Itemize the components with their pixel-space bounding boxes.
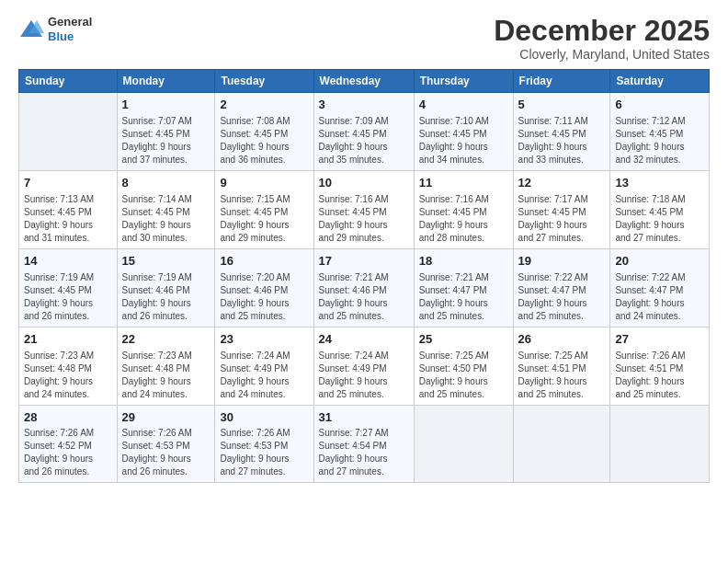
cell-week2-day1: 8Sunrise: 7:14 AMSunset: 4:45 PMDaylight… — [117, 171, 215, 249]
day-number: 26 — [518, 331, 606, 349]
cell-week1-day6: 6Sunrise: 7:12 AMSunset: 4:45 PMDaylight… — [610, 93, 710, 171]
day-number: 20 — [615, 253, 704, 270]
day-number: 22 — [122, 331, 210, 349]
cell-week1-day2: 2Sunrise: 7:08 AMSunset: 4:45 PMDaylight… — [215, 93, 313, 171]
day-content: Sunrise: 7:08 AMSunset: 4:45 PMDaylight:… — [220, 115, 308, 167]
day-number: 3 — [319, 97, 409, 114]
cell-week3-day4: 18Sunrise: 7:21 AMSunset: 4:47 PMDayligh… — [414, 248, 513, 327]
calendar-page: General Blue December 2025 Cloverly, Mar… — [0, 0, 728, 563]
day-content: Sunrise: 7:23 AMSunset: 4:48 PMDaylight:… — [24, 350, 112, 401]
cell-week3-day0: 14Sunrise: 7:19 AMSunset: 4:45 PMDayligh… — [19, 248, 118, 327]
cell-week2-day2: 9Sunrise: 7:15 AMSunset: 4:45 PMDaylight… — [215, 171, 313, 249]
day-content: Sunrise: 7:07 AMSunset: 4:45 PMDaylight:… — [122, 115, 210, 167]
header-friday: Friday — [513, 70, 610, 93]
day-number: 21 — [24, 331, 112, 349]
cell-week3-day5: 19Sunrise: 7:22 AMSunset: 4:47 PMDayligh… — [513, 248, 610, 327]
day-content: Sunrise: 7:26 AMSunset: 4:52 PMDaylight:… — [24, 427, 112, 478]
day-number: 14 — [24, 253, 112, 270]
logo-general-label: General — [48, 15, 92, 29]
day-content: Sunrise: 7:16 AMSunset: 4:45 PMDaylight:… — [319, 193, 409, 245]
cell-week4-day2: 23Sunrise: 7:24 AMSunset: 4:49 PMDayligh… — [215, 327, 313, 405]
day-content: Sunrise: 7:26 AMSunset: 4:51 PMDaylight:… — [615, 350, 704, 401]
month-title: December 2025 — [494, 15, 710, 47]
day-number: 8 — [122, 175, 210, 192]
calendar-table: Sunday Monday Tuesday Wednesday Thursday… — [18, 69, 710, 483]
cell-week1-day1: 1Sunrise: 7:07 AMSunset: 4:45 PMDaylight… — [117, 93, 215, 171]
day-number: 27 — [615, 331, 704, 349]
day-number: 13 — [615, 175, 704, 192]
cell-week1-day3: 3Sunrise: 7:09 AMSunset: 4:45 PMDaylight… — [313, 93, 414, 171]
cell-week4-day1: 22Sunrise: 7:23 AMSunset: 4:48 PMDayligh… — [117, 327, 215, 405]
cell-week2-day3: 10Sunrise: 7:16 AMSunset: 4:45 PMDayligh… — [313, 171, 414, 249]
day-number: 29 — [122, 409, 210, 427]
week-row-3: 14Sunrise: 7:19 AMSunset: 4:45 PMDayligh… — [19, 248, 710, 327]
cell-week3-day1: 15Sunrise: 7:19 AMSunset: 4:46 PMDayligh… — [117, 248, 215, 327]
day-content: Sunrise: 7:25 AMSunset: 4:50 PMDaylight:… — [419, 350, 508, 401]
day-number: 28 — [24, 409, 112, 427]
day-number: 17 — [319, 253, 409, 270]
day-content: Sunrise: 7:26 AMSunset: 4:53 PMDaylight:… — [122, 427, 210, 478]
cell-week5-day1: 29Sunrise: 7:26 AMSunset: 4:53 PMDayligh… — [117, 405, 215, 483]
cell-week4-day4: 25Sunrise: 7:25 AMSunset: 4:50 PMDayligh… — [414, 327, 513, 405]
day-number: 19 — [518, 253, 606, 270]
day-number: 4 — [419, 97, 508, 114]
day-content: Sunrise: 7:20 AMSunset: 4:46 PMDaylight:… — [220, 271, 308, 323]
day-number: 10 — [319, 175, 409, 192]
day-number: 31 — [319, 409, 409, 427]
day-number: 25 — [419, 331, 508, 349]
day-content: Sunrise: 7:19 AMSunset: 4:46 PMDaylight:… — [122, 271, 210, 323]
cell-week2-day0: 7Sunrise: 7:13 AMSunset: 4:45 PMDaylight… — [19, 171, 118, 249]
cell-week5-day5 — [513, 405, 610, 483]
cell-week5-day0: 28Sunrise: 7:26 AMSunset: 4:52 PMDayligh… — [19, 405, 118, 483]
location-subtitle: Cloverly, Maryland, United States — [494, 47, 710, 62]
day-content: Sunrise: 7:15 AMSunset: 4:45 PMDaylight:… — [220, 193, 308, 245]
day-number: 15 — [122, 253, 210, 270]
weekday-header-row: Sunday Monday Tuesday Wednesday Thursday… — [19, 70, 710, 93]
cell-week3-day2: 16Sunrise: 7:20 AMSunset: 4:46 PMDayligh… — [215, 248, 313, 327]
day-number: 16 — [220, 253, 308, 270]
cell-week5-day4 — [414, 405, 513, 483]
day-content: Sunrise: 7:11 AMSunset: 4:45 PMDaylight:… — [518, 115, 606, 167]
header-monday: Monday — [117, 70, 215, 93]
cell-week2-day6: 13Sunrise: 7:18 AMSunset: 4:45 PMDayligh… — [610, 171, 710, 249]
header-sunday: Sunday — [19, 70, 118, 93]
day-content: Sunrise: 7:10 AMSunset: 4:45 PMDaylight:… — [419, 115, 508, 167]
header-wednesday: Wednesday — [313, 70, 414, 93]
cell-week4-day6: 27Sunrise: 7:26 AMSunset: 4:51 PMDayligh… — [610, 327, 710, 405]
day-number: 6 — [615, 97, 704, 114]
cell-week1-day5: 5Sunrise: 7:11 AMSunset: 4:45 PMDaylight… — [513, 93, 610, 171]
day-content: Sunrise: 7:25 AMSunset: 4:51 PMDaylight:… — [518, 350, 606, 401]
day-content: Sunrise: 7:21 AMSunset: 4:47 PMDaylight:… — [419, 271, 508, 323]
cell-week5-day6 — [610, 405, 710, 483]
header-saturday: Saturday — [610, 70, 710, 93]
cell-week4-day3: 24Sunrise: 7:24 AMSunset: 4:49 PMDayligh… — [313, 327, 414, 405]
day-content: Sunrise: 7:26 AMSunset: 4:53 PMDaylight:… — [220, 427, 308, 478]
title-block: December 2025 Cloverly, Maryland, United… — [494, 15, 710, 62]
cell-week5-day3: 31Sunrise: 7:27 AMSunset: 4:54 PMDayligh… — [313, 405, 414, 483]
cell-week3-day3: 17Sunrise: 7:21 AMSunset: 4:46 PMDayligh… — [313, 248, 414, 327]
day-content: Sunrise: 7:09 AMSunset: 4:45 PMDaylight:… — [319, 115, 409, 167]
header-tuesday: Tuesday — [215, 70, 313, 93]
day-number: 9 — [220, 175, 308, 192]
day-content: Sunrise: 7:17 AMSunset: 4:45 PMDaylight:… — [518, 193, 606, 245]
cell-week1-day4: 4Sunrise: 7:10 AMSunset: 4:45 PMDaylight… — [414, 93, 513, 171]
day-number: 12 — [518, 175, 606, 192]
day-content: Sunrise: 7:18 AMSunset: 4:45 PMDaylight:… — [615, 193, 704, 245]
cell-week1-day0 — [19, 93, 118, 171]
day-content: Sunrise: 7:22 AMSunset: 4:47 PMDaylight:… — [615, 271, 704, 323]
day-number: 5 — [518, 97, 606, 114]
day-content: Sunrise: 7:24 AMSunset: 4:49 PMDaylight:… — [319, 350, 409, 401]
day-content: Sunrise: 7:16 AMSunset: 4:45 PMDaylight:… — [419, 193, 508, 245]
day-content: Sunrise: 7:13 AMSunset: 4:45 PMDaylight:… — [24, 193, 112, 245]
day-content: Sunrise: 7:19 AMSunset: 4:45 PMDaylight:… — [24, 271, 112, 323]
day-number: 30 — [220, 409, 308, 427]
week-row-1: 1Sunrise: 7:07 AMSunset: 4:45 PMDaylight… — [19, 93, 710, 171]
day-content: Sunrise: 7:21 AMSunset: 4:46 PMDaylight:… — [319, 271, 409, 323]
cell-week5-day2: 30Sunrise: 7:26 AMSunset: 4:53 PMDayligh… — [215, 405, 313, 483]
day-number: 7 — [24, 175, 112, 192]
week-row-4: 21Sunrise: 7:23 AMSunset: 4:48 PMDayligh… — [19, 327, 710, 405]
cell-week3-day6: 20Sunrise: 7:22 AMSunset: 4:47 PMDayligh… — [610, 248, 710, 327]
week-row-2: 7Sunrise: 7:13 AMSunset: 4:45 PMDaylight… — [19, 171, 710, 249]
day-content: Sunrise: 7:23 AMSunset: 4:48 PMDaylight:… — [122, 350, 210, 401]
day-number: 1 — [122, 97, 210, 114]
